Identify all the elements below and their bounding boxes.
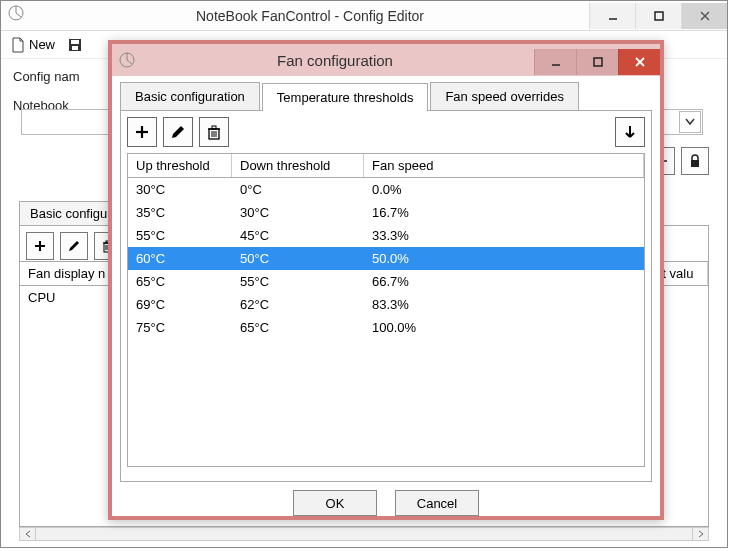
- threshold-cell: 45°C: [232, 224, 364, 247]
- save-button[interactable]: [63, 35, 87, 55]
- maximize-button[interactable]: [635, 3, 681, 29]
- threshold-cell: 0.0%: [364, 178, 644, 201]
- main-window-title: NoteBook FanControl - Config Editor: [31, 8, 589, 24]
- threshold-cell: 100.0%: [364, 316, 644, 339]
- threshold-row[interactable]: 60°C50°C50.0%: [128, 247, 644, 270]
- close-button[interactable]: [681, 3, 727, 29]
- threshold-cell: 69°C: [128, 293, 232, 316]
- tab-basic-config[interactable]: Basic configu: [19, 201, 118, 225]
- svg-rect-6: [71, 40, 79, 44]
- dialog-close-button[interactable]: [618, 49, 660, 75]
- lock-button[interactable]: [681, 147, 709, 175]
- edit-button[interactable]: [60, 232, 88, 260]
- new-file-label: New: [29, 37, 55, 52]
- save-icon: [67, 37, 83, 53]
- col-down-threshold[interactable]: Down threshold: [232, 154, 364, 177]
- threshold-cell: 30°C: [128, 178, 232, 201]
- dialog-button-row: OK Cancel: [120, 482, 652, 524]
- ok-button[interactable]: OK: [293, 490, 377, 516]
- threshold-cell: 83.3%: [364, 293, 644, 316]
- plus-icon: [33, 239, 47, 253]
- tab-fan-speed-overrides[interactable]: Fan speed overrides: [430, 82, 579, 110]
- file-icon: [11, 37, 25, 53]
- scroll-right-icon[interactable]: [692, 528, 708, 540]
- threshold-cell: 55°C: [128, 224, 232, 247]
- col-up-threshold[interactable]: Up threshold: [128, 154, 232, 177]
- main-window-controls: [589, 3, 727, 29]
- svg-rect-19: [594, 58, 602, 66]
- arrow-down-icon: [623, 124, 637, 140]
- pencil-icon: [67, 239, 81, 253]
- tab-temperature-thresholds[interactable]: Temperature thresholds: [262, 83, 429, 111]
- trash-icon: [206, 124, 222, 140]
- threshold-cell: 0°C: [232, 178, 364, 201]
- app-icon: [7, 4, 31, 28]
- new-file-button[interactable]: New: [7, 35, 59, 55]
- pencil-icon: [170, 124, 186, 140]
- svg-rect-29: [212, 126, 216, 129]
- threshold-cell: 55°C: [232, 270, 364, 293]
- threshold-row[interactable]: 69°C62°C83.3%: [128, 293, 644, 316]
- svg-rect-2: [655, 12, 663, 20]
- threshold-cell: 60°C: [128, 247, 232, 270]
- threshold-row[interactable]: 30°C0°C0.0%: [128, 178, 644, 201]
- dialog-tab-content: Up threshold Down threshold Fan speed 30…: [120, 110, 652, 482]
- add-threshold-button[interactable]: [127, 117, 157, 147]
- dialog-titlebar: Fan configuration: [112, 44, 660, 76]
- tab-basic-configuration[interactable]: Basic configuration: [120, 82, 260, 110]
- threshold-cell: 35°C: [128, 201, 232, 224]
- threshold-cell: 75°C: [128, 316, 232, 339]
- horizontal-scrollbar[interactable]: [19, 527, 709, 541]
- threshold-row[interactable]: 75°C65°C100.0%: [128, 316, 644, 339]
- svg-rect-8: [691, 160, 699, 167]
- threshold-cell: 65°C: [232, 316, 364, 339]
- threshold-row[interactable]: 65°C55°C66.7%: [128, 270, 644, 293]
- fan-config-dialog: Fan configuration Basic configuration Te…: [108, 40, 664, 520]
- svg-rect-7: [72, 46, 78, 50]
- minimize-button[interactable]: [589, 3, 635, 29]
- add-button[interactable]: [26, 232, 54, 260]
- main-titlebar: NoteBook FanControl - Config Editor: [1, 1, 727, 31]
- config-name-label: Config nam: [13, 69, 99, 84]
- dialog-title: Fan configuration: [136, 52, 534, 69]
- threshold-row[interactable]: 35°C30°C16.7%: [128, 201, 644, 224]
- col-fan-speed[interactable]: Fan speed: [364, 154, 644, 177]
- delete-threshold-button[interactable]: [199, 117, 229, 147]
- dialog-tabs: Basic configuration Temperature threshol…: [120, 82, 652, 110]
- threshold-cell: 30°C: [232, 201, 364, 224]
- threshold-table: Up threshold Down threshold Fan speed 30…: [127, 153, 645, 467]
- threshold-cell: 50°C: [232, 247, 364, 270]
- threshold-cell: 62°C: [232, 293, 364, 316]
- dialog-maximize-button[interactable]: [576, 49, 618, 75]
- app-icon: [118, 51, 136, 69]
- move-down-button[interactable]: [615, 117, 645, 147]
- threshold-cell: 50.0%: [364, 247, 644, 270]
- edit-threshold-button[interactable]: [163, 117, 193, 147]
- lock-icon: [689, 154, 701, 168]
- dialog-minimize-button[interactable]: [534, 49, 576, 75]
- config-dropdown-button[interactable]: [679, 111, 701, 133]
- dialog-window-controls: [534, 46, 660, 75]
- threshold-header-row: Up threshold Down threshold Fan speed: [128, 154, 644, 178]
- threshold-cell: 65°C: [128, 270, 232, 293]
- threshold-cell: 33.3%: [364, 224, 644, 247]
- cancel-button[interactable]: Cancel: [395, 490, 479, 516]
- threshold-toolbar: [127, 117, 645, 147]
- threshold-row[interactable]: 55°C45°C33.3%: [128, 224, 644, 247]
- threshold-cell: 66.7%: [364, 270, 644, 293]
- chevron-down-icon: [685, 118, 695, 126]
- scroll-left-icon[interactable]: [20, 528, 36, 540]
- threshold-cell: 16.7%: [364, 201, 644, 224]
- plus-icon: [134, 124, 150, 140]
